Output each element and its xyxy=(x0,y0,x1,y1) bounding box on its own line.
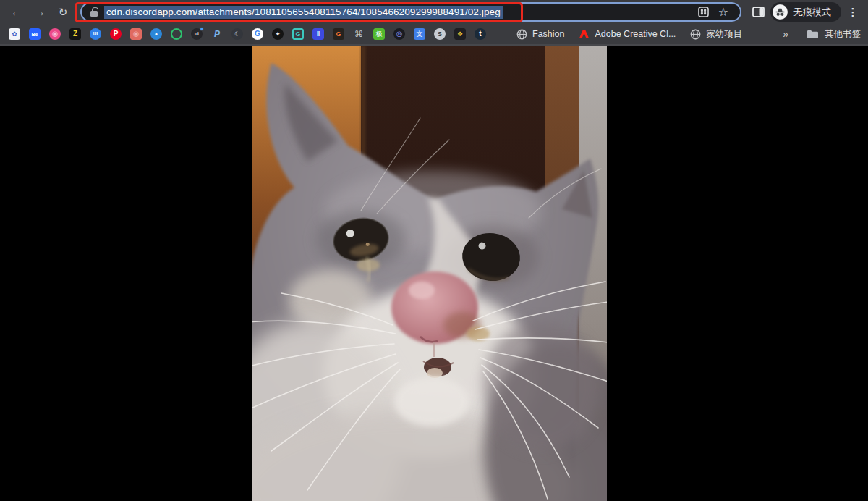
ui-china-favicon: UI xyxy=(90,28,101,40)
pinterest-favicon: P xyxy=(110,28,122,40)
side-panel-icon xyxy=(752,7,765,17)
forward-icon: → xyxy=(34,5,46,20)
jike-green-favicon: 极 xyxy=(373,28,385,40)
bookmark-blue-monster[interactable]: • xyxy=(146,25,166,43)
bookmark-dark-art[interactable]: ❖ xyxy=(450,25,470,43)
bookmark-green-ring[interactable] xyxy=(166,25,187,43)
dark-art-favicon: ❖ xyxy=(454,28,466,40)
blue-bars-favicon: ‖ xyxy=(312,28,324,40)
forward-button[interactable]: → xyxy=(30,2,50,22)
purple-swirl-favicon: ◎ xyxy=(393,28,405,40)
address-bar[interactable]: cdn.discordapp.com/attachments/108110565… xyxy=(80,2,741,22)
bookmarks-bar: ✿Bē◉ZUIP◉•uiP☾G✦G‖G⌘极◎文S❖t Fashion Adobe… xyxy=(0,24,868,44)
tieba-paw-favicon: ✿ xyxy=(9,28,20,40)
browser-menu-button[interactable]: ⋮ xyxy=(844,6,861,19)
teal-g-favicon: G xyxy=(292,28,304,40)
gray-s-favicon: S xyxy=(434,28,446,40)
bookmark-adobe-creative-cloud[interactable]: Adobe Creative Cl... xyxy=(571,25,683,43)
globe-icon xyxy=(690,29,701,40)
green-ring-favicon xyxy=(171,28,182,40)
apple-favicon: ⌘ xyxy=(353,28,365,40)
bookmark-black-spark[interactable]: ✦ xyxy=(268,25,288,43)
bookmark-apple[interactable]: ⌘ xyxy=(349,25,369,43)
incognito-icon xyxy=(773,4,788,20)
incognito-badge: 无痕模式 xyxy=(770,2,841,22)
bookmark-jiayou-project[interactable]: 家幼项目 xyxy=(683,25,749,43)
dark-crescent-favicon: ☾ xyxy=(231,28,243,40)
bookmark-blue-bars[interactable]: ‖ xyxy=(308,25,328,43)
other-bookmarks-button[interactable]: 其他书签 xyxy=(807,28,861,41)
bookmark-dark-crescent[interactable]: ☾ xyxy=(227,25,247,43)
google-favicon: G xyxy=(252,28,263,40)
bookmark-jike-green[interactable]: 极 xyxy=(369,25,389,43)
url-text-selected[interactable]: cdn.discordapp.com/attachments/108110565… xyxy=(104,6,503,19)
bookmark-gray-s[interactable]: S xyxy=(430,25,450,43)
blue-monster-favicon: • xyxy=(150,28,162,40)
tumblr-favicon: t xyxy=(475,28,486,40)
bookmark-label: Fashion xyxy=(532,29,564,39)
ui-dark-favicon: ui xyxy=(191,28,203,40)
dribbble-favicon: ◉ xyxy=(49,28,61,40)
reload-button[interactable]: ↻ xyxy=(53,2,73,22)
bookmarks-divider xyxy=(799,28,799,40)
side-panel-button[interactable] xyxy=(749,7,767,17)
lock-icon[interactable] xyxy=(90,11,98,17)
bookmark-teal-g[interactable]: G xyxy=(288,25,308,43)
bookmark-paypal[interactable]: P xyxy=(207,25,227,43)
bookmark-fashion[interactable]: Fashion xyxy=(509,25,571,43)
kebab-menu-icon: ⋮ xyxy=(848,6,859,19)
page-content xyxy=(0,44,868,501)
orange-g-favicon: G xyxy=(333,28,344,40)
behance-favicon: Bē xyxy=(29,28,41,40)
zcool-favicon: Z xyxy=(69,28,81,40)
bookmark-favicons: ✿Bē◉ZUIP◉•uiP☾G✦G‖G⌘极◎文S❖t xyxy=(4,25,490,43)
bookmark-pinterest[interactable]: P xyxy=(106,25,126,43)
red-app-favicon: ◉ xyxy=(130,28,142,40)
bookmark-dribbble[interactable]: ◉ xyxy=(45,25,65,43)
bookmark-red-app[interactable]: ◉ xyxy=(126,25,146,43)
reload-icon: ↻ xyxy=(59,6,68,19)
globe-icon xyxy=(516,29,527,40)
black-spark-favicon: ✦ xyxy=(272,28,284,40)
translate-favicon: 文 xyxy=(414,28,425,40)
bookmarks-overflow-chevron[interactable]: » xyxy=(780,28,791,40)
other-bookmarks-label: 其他书签 xyxy=(825,28,861,41)
bookmark-translate[interactable]: 文 xyxy=(409,25,430,43)
bookmark-ui-china[interactable]: UI xyxy=(85,25,106,43)
browser-toolbar: ← → ↻ cdn.discordapp.com/attachments/108… xyxy=(0,0,868,24)
incognito-label: 无痕模式 xyxy=(793,6,831,19)
bookmark-ui-dark[interactable]: ui xyxy=(187,25,207,43)
bookmark-zcool[interactable]: Z xyxy=(65,25,85,43)
bookmark-star-icon[interactable]: ☆ xyxy=(715,5,731,19)
bookmark-tumblr[interactable]: t xyxy=(470,25,490,43)
folder-icon xyxy=(807,29,819,39)
paypal-favicon: P xyxy=(211,28,223,40)
back-icon: ← xyxy=(11,5,23,20)
bookmark-label: Adobe Creative Cl... xyxy=(595,29,676,39)
bookmark-behance[interactable]: Bē xyxy=(25,25,45,43)
grid-icon[interactable] xyxy=(698,7,709,17)
bookmark-label: 家幼项目 xyxy=(706,28,742,41)
bookmarks-right-group: » 其他书签 xyxy=(780,28,864,41)
cat-photo xyxy=(252,46,607,501)
bookmark-purple-swirl[interactable]: ◎ xyxy=(389,25,409,43)
adobe-icon xyxy=(579,29,590,39)
bookmark-orange-g[interactable]: G xyxy=(328,25,349,43)
bookmark-google[interactable]: G xyxy=(247,25,268,43)
bookmark-tieba-paw[interactable]: ✿ xyxy=(4,25,25,43)
back-button[interactable]: ← xyxy=(7,2,27,22)
